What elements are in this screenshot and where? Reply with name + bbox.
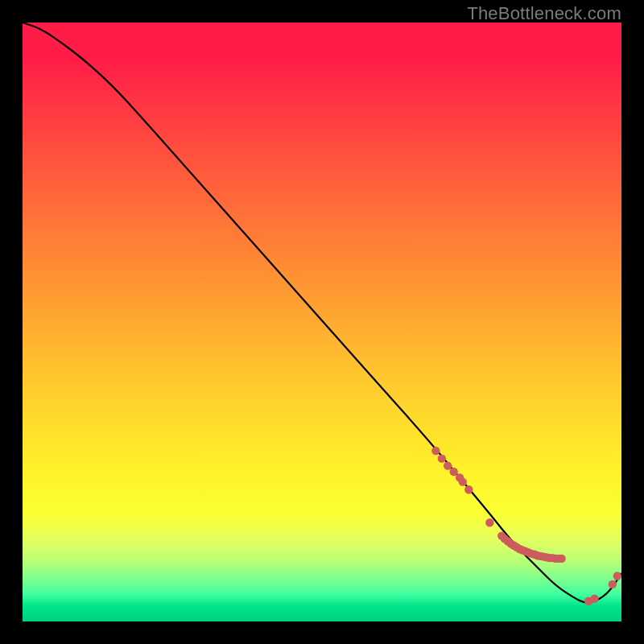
marker-dot xyxy=(613,572,621,580)
marker-dot xyxy=(438,454,446,462)
marker-dot xyxy=(459,477,467,485)
marker-dot xyxy=(590,595,598,603)
bottleneck-curve xyxy=(23,23,621,602)
chart-frame: TheBottleneck.com xyxy=(0,0,644,644)
marker-dot xyxy=(464,485,473,493)
marker-dots xyxy=(431,447,621,605)
marker-dot xyxy=(431,447,440,455)
marker-dot xyxy=(609,580,617,588)
marker-dot xyxy=(444,461,452,469)
chart-svg xyxy=(23,23,621,621)
marker-dot xyxy=(485,518,493,526)
marker-dot xyxy=(450,468,458,476)
watermark-label: TheBottleneck.com xyxy=(467,3,621,24)
marker-dot xyxy=(557,555,565,563)
